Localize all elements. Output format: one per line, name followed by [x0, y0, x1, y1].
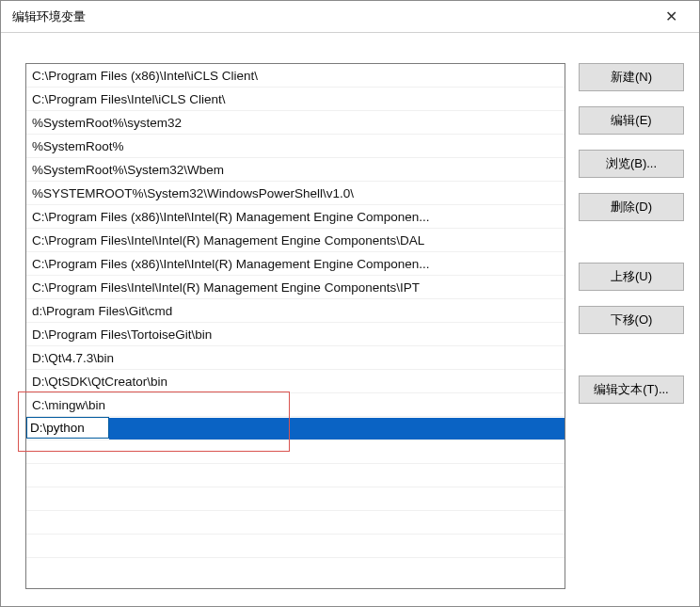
path-listbox[interactable]: C:\Program Files (x86)\Intel\iCLS Client…	[25, 63, 565, 589]
path-row[interactable]: D:\QtSDK\QtCreator\bin	[26, 370, 565, 393]
empty-row	[26, 464, 565, 487]
path-row[interactable]: C:\Program Files (x86)\Intel\iCLS Client…	[26, 64, 565, 88]
path-row[interactable]: %SystemRoot%\system32	[26, 111, 565, 135]
path-row[interactable]: C:\Program Files\Intel\Intel(R) Manageme…	[26, 276, 565, 299]
path-row[interactable]: D:\Qt\4.7.3\bin	[26, 346, 565, 370]
path-row[interactable]: C:\Program Files (x86)\Intel\Intel(R) Ma…	[26, 205, 565, 229]
empty-row	[26, 511, 565, 535]
side-buttons: 新建(N) 编辑(E) 浏览(B)... 删除(D) 上移(U) 下移(O) 编…	[579, 50, 684, 589]
path-row[interactable]: d:\Program Files\Git\cmd	[26, 299, 565, 323]
empty-row	[26, 440, 565, 464]
path-row[interactable]: C:\Program Files\Intel\Intel(R) Manageme…	[26, 229, 565, 252]
edit-button[interactable]: 编辑(E)	[579, 106, 684, 135]
path-row[interactable]: D:\Program Files\TortoiseGit\bin	[26, 323, 565, 346]
path-edit-input[interactable]	[26, 417, 109, 439]
selection-highlight	[109, 418, 565, 439]
delete-button[interactable]: 删除(D)	[579, 193, 684, 221]
moveup-button[interactable]: 上移(U)	[579, 263, 684, 291]
window-title: 编辑环境变量	[12, 8, 652, 25]
empty-row	[26, 487, 565, 511]
path-row-editing[interactable]	[26, 417, 565, 440]
edittext-button[interactable]: 编辑文本(T)...	[579, 375, 684, 404]
empty-row	[26, 535, 565, 558]
movedown-button[interactable]: 下移(O)	[579, 306, 684, 334]
path-row[interactable]: %SYSTEMROOT%\System32\WindowsPowerShell\…	[26, 182, 565, 205]
content-area: C:\Program Files (x86)\Intel\iCLS Client…	[1, 33, 699, 606]
path-row[interactable]: C:\mingw\bin	[26, 393, 565, 417]
close-icon[interactable]: ✕	[652, 4, 690, 30]
path-row[interactable]: %SystemRoot%	[26, 135, 565, 158]
titlebar: 编辑环境变量 ✕	[1, 1, 699, 33]
new-button[interactable]: 新建(N)	[579, 63, 684, 91]
path-list-wrap: C:\Program Files (x86)\Intel\iCLS Client…	[18, 50, 565, 589]
path-row[interactable]: %SystemRoot%\System32\Wbem	[26, 158, 565, 182]
path-row[interactable]: C:\Program Files\Intel\iCLS Client\	[26, 88, 565, 111]
browse-button[interactable]: 浏览(B)...	[579, 150, 684, 178]
path-row[interactable]: C:\Program Files (x86)\Intel\Intel(R) Ma…	[26, 252, 565, 276]
env-var-editor-window: 编辑环境变量 ✕ C:\Program Files (x86)\Intel\iC…	[0, 0, 700, 607]
